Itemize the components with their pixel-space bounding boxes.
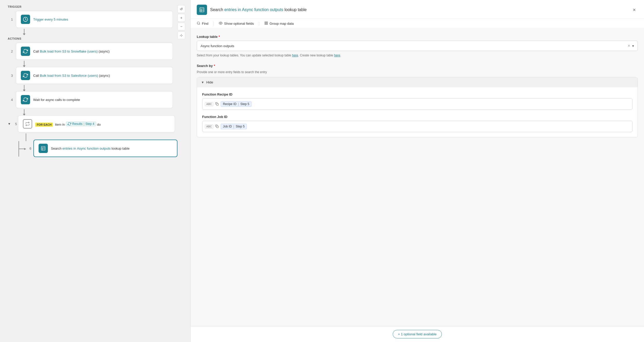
sync-icon-4	[21, 95, 30, 104]
step-row-5: ▼ 5 FOR EACH item in Results | Step 4 do	[8, 115, 183, 132]
right-panel-header: Search entries in Async function outputs…	[191, 0, 644, 19]
svg-rect-12	[265, 22, 266, 23]
left-panel: ↺ + − ⊹ TRIGGER 1 Trigger every 5 minute…	[0, 0, 190, 342]
group-map-button[interactable]: Group map data	[264, 21, 294, 26]
search-by-hint: Provide one or more entry fields to sear…	[197, 70, 638, 74]
toolbar-divider-2	[259, 22, 259, 26]
hint-link-2[interactable]: here	[334, 54, 340, 57]
step-row-4: 4 Wait for async calls to complete	[8, 91, 183, 108]
step-6-text: Search entries in Async function outputs…	[51, 147, 130, 150]
step-card-2[interactable]: Call Bulk load from S3 to Snowflake (use…	[16, 43, 173, 60]
action-toolbar: Find Show optional fields Group map data	[191, 19, 644, 29]
close-button[interactable]: ×	[631, 6, 638, 13]
collapsible-header[interactable]: ▼ Hide	[197, 77, 638, 87]
abc-badge-1: ABC	[205, 102, 213, 106]
lookup-table-value: Async function outputs	[201, 44, 234, 48]
h-connector: ▶	[19, 141, 26, 157]
step-number-2: 2	[8, 49, 13, 53]
step-number-5: 5	[12, 122, 17, 126]
group-map-label: Group map data	[270, 22, 294, 25]
search-field-job-id: Function Job ID ABC Job ID | Step 5	[202, 115, 632, 132]
optional-fields-button[interactable]: + 1 optional field available	[393, 330, 442, 338]
connector-2-3	[24, 61, 24, 67]
sync-icon-2	[21, 47, 30, 56]
expand-arrow-5[interactable]: ▼	[8, 122, 11, 126]
find-icon	[197, 21, 200, 26]
required-star-2: *	[214, 64, 215, 68]
job-id-field-label: Function Job ID	[202, 115, 632, 119]
step-number-3: 3	[8, 74, 13, 78]
recipe-id-chip-step: Step 5	[240, 102, 249, 106]
chip-separator-1: |	[238, 102, 239, 106]
step-card-3[interactable]: Call Bulk load from S3 to Salesforce (us…	[16, 67, 173, 84]
find-button[interactable]: Find	[197, 21, 208, 26]
h-line	[19, 149, 24, 149]
connector-1-2	[24, 29, 24, 35]
svg-point-9	[197, 22, 200, 24]
select-actions: × ▾	[628, 44, 634, 48]
step-card-4[interactable]: Wait for async calls to complete	[16, 91, 173, 108]
fit-button[interactable]: ⊹	[177, 31, 185, 39]
step-card-6[interactable]: Search entries in Async function outputs…	[33, 140, 177, 157]
group-map-icon	[264, 21, 268, 26]
header-title-group: Search entries in Async function outputs…	[197, 5, 307, 15]
recipe-id-chip: Recipe ID | Step 5	[221, 101, 252, 107]
table-icon-6	[39, 144, 48, 153]
collapsible-label: Hide	[206, 80, 213, 84]
sync-icon-3	[21, 71, 30, 80]
copy-icon-2	[215, 125, 219, 129]
lookup-table-label: Lookup table *	[197, 35, 638, 39]
show-optional-button[interactable]: Show optional fields	[219, 21, 254, 26]
step-card-5[interactable]: FOR EACH item in Results | Step 4 do	[18, 115, 175, 132]
connector-4-5	[24, 109, 24, 115]
chevron-icon: ▼	[201, 81, 204, 84]
step-card-1[interactable]: Trigger every 5 minutes	[16, 11, 173, 28]
right-panel-content: Lookup table * Async function outputs × …	[191, 29, 644, 326]
step-number-6: 6	[26, 147, 31, 150]
lookup-table-select[interactable]: Async function outputs × ▾	[197, 41, 638, 51]
find-label: Find	[202, 22, 208, 25]
loop-body: ▶ 6 Search entries in Async function out…	[16, 133, 183, 157]
lookup-table-hint: Select from your lookup tables. You can …	[197, 53, 638, 58]
connector-3-4	[24, 85, 24, 91]
svg-line-10	[199, 24, 200, 25]
right-panel: Search entries in Async function outputs…	[190, 0, 644, 342]
hint-link-1[interactable]: here	[292, 54, 298, 57]
svg-rect-1	[41, 147, 45, 150]
abc-badge-2: ABC	[205, 125, 213, 129]
step-number-4: 4	[8, 98, 13, 102]
step-3-text: Call Bulk load from S3 to Salesforce (us…	[33, 74, 110, 78]
toolbar-divider-1	[213, 22, 214, 26]
loop-icon-5	[23, 119, 32, 129]
job-id-chip-text: Job ID	[223, 125, 232, 128]
chip-separator-2: |	[233, 125, 234, 128]
svg-rect-16	[217, 103, 218, 105]
job-id-input[interactable]: ABC Job ID | Step 5	[202, 121, 632, 132]
recipe-id-input[interactable]: ABC Recipe ID | Step 5	[202, 98, 632, 110]
select-clear-button[interactable]: ×	[628, 44, 630, 48]
search-fields-container: Function Recipe ID ABC Recipe ID | Step …	[197, 87, 638, 137]
svg-rect-17	[217, 126, 218, 127]
search-by-field: Search by * Provide one or more entry fi…	[197, 64, 638, 138]
job-id-chip: Job ID | Step 5	[221, 124, 247, 129]
eye-icon	[219, 21, 222, 26]
header-table-icon	[197, 5, 207, 15]
step-2-text: Call Bulk load from S3 to Snowflake (use…	[33, 49, 110, 53]
lookup-table-field: Lookup table * Async function outputs × …	[197, 35, 638, 58]
copy-icon-1	[215, 102, 219, 106]
step-row-1: 1 Trigger every 5 minutes	[8, 11, 183, 28]
search-field-recipe-id: Function Recipe ID ABC Recipe ID | Step …	[202, 92, 632, 110]
search-by-label: Search by *	[197, 64, 638, 68]
svg-rect-5	[200, 8, 204, 12]
trigger-section-label: TRIGGER	[8, 5, 183, 8]
step-5-text: FOR EACH item in Results | Step 4 do	[35, 122, 101, 126]
actions-section-label: ACTIONS	[8, 37, 183, 40]
select-arrow-icon: ▾	[632, 44, 634, 48]
svg-rect-13	[266, 22, 267, 23]
step-1-text: Trigger every 5 minutes	[33, 18, 68, 21]
clock-icon	[21, 15, 30, 24]
step-4-text: Wait for async calls to complete	[33, 98, 80, 102]
svg-rect-15	[265, 23, 266, 24]
step-row-2: 2 Call Bulk load from S3 to Snowflake (u…	[8, 43, 183, 60]
search-by-section: ▼ Hide Function Recipe ID ABC R	[197, 77, 638, 138]
